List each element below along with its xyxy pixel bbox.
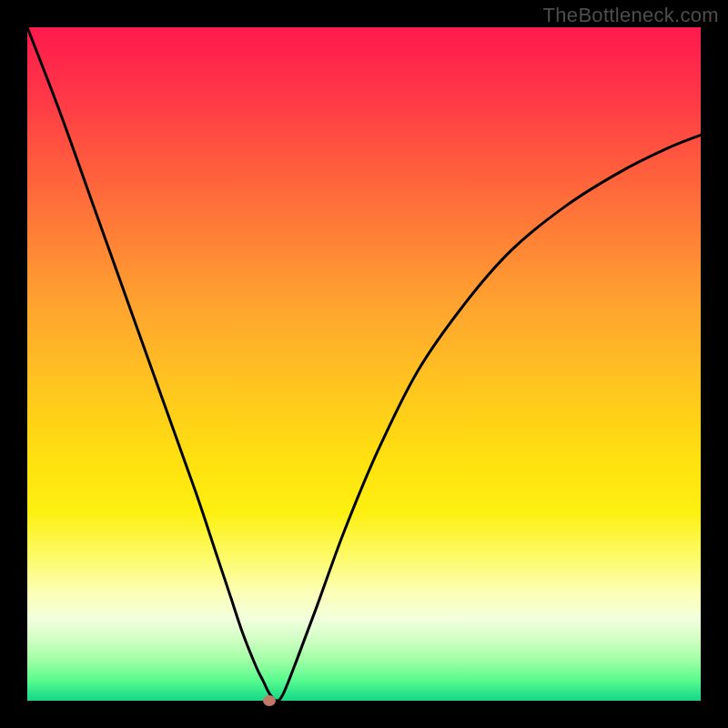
bottleneck-curve [27,27,701,701]
curve-svg [27,27,701,701]
chart-frame: TheBottleneck.com [0,0,728,728]
watermark-text: TheBottleneck.com [543,4,719,27]
optimum-marker [263,695,276,706]
plot-area [27,27,701,701]
